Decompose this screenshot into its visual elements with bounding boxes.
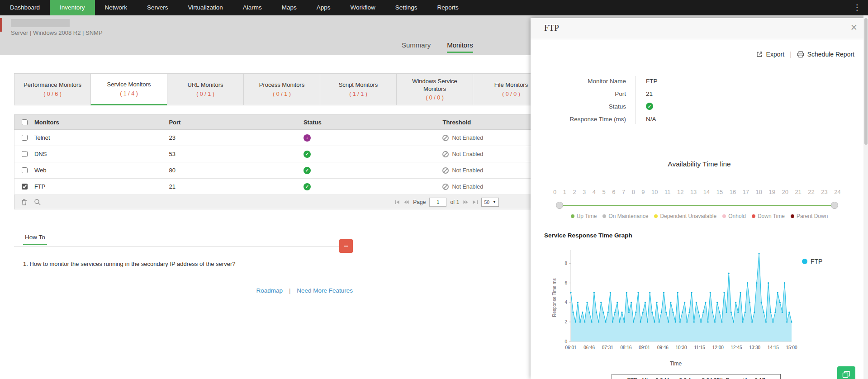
nav-item-dashboard[interactable]: Dashboard [0,0,50,15]
legend-dot [571,214,574,218]
monitor-status-cell: ✓ [304,150,443,158]
monitor-tab-windows-service-monitors[interactable]: Windows Service Monitors( 0 / 0 ) [396,73,473,105]
timeline-tick: 22 [808,189,814,195]
legend-label: Onhold [728,213,746,219]
slider-handle-start[interactable] [556,202,563,209]
monitor-tab-label: File Monitors [491,81,531,89]
timeline-tick: 9 [641,189,645,195]
timeline-tick: 10 [651,189,658,195]
monitor-tab-url-monitors[interactable]: URL Monitors( 0 / 1 ) [167,73,244,105]
nav-item-settings[interactable]: Settings [385,0,427,15]
nav-item-alarms[interactable]: Alarms [233,0,272,15]
row-checkbox[interactable] [22,135,28,141]
collapse-button[interactable]: − [339,239,353,253]
monitors-table: Monitors Port Status Threshold Telnet23↓… [14,114,579,209]
col-header-status: Status [304,119,443,126]
page-tabs: Summary Monitors [402,41,473,53]
not-enabled-icon [442,135,449,141]
search-icon[interactable] [34,199,41,205]
nav-item-workflow[interactable]: Workflow [340,0,385,15]
timeline-tick: 7 [622,189,625,195]
threshold-text: Not Enabled [452,135,483,141]
monitor-tab-process-monitors[interactable]: Process Monitors( 0 / 1 ) [243,73,320,105]
howto-item[interactable]: 1. How to monitor the services running i… [23,261,353,267]
scrollbar[interactable] [863,15,868,379]
top-nav: DashboardInventoryNetworkServersVirtuali… [0,0,868,15]
svg-text:0: 0 [564,339,567,344]
report-fab-button[interactable] [837,366,855,379]
monitor-port: 53 [169,151,304,157]
table-row-telnet[interactable]: Telnet23↓Not Enabled [14,130,579,146]
server-meta-text: Server | Windows 2008 R2 | SNMP [11,29,103,36]
panel-header: FTP × [531,18,868,39]
monitor-type-tabs: Performance Monitors( 0 / 6 )Service Mon… [14,73,550,105]
howto-tab[interactable]: How To [23,230,47,245]
detail-value: FTP [646,78,658,85]
page-of-label: of 1 [450,199,459,205]
kebab-menu-icon[interactable]: ⋮ [846,0,868,15]
action-divider: | [790,51,792,58]
legend-label: Parent Down [797,213,828,219]
select-all-checkbox[interactable] [22,119,28,125]
schedule-report-button[interactable]: Schedule Report [797,51,854,58]
row-checkbox-cell [14,133,34,142]
page-number-input[interactable] [429,198,446,207]
nav-item-virtualization[interactable]: Virtualization [178,0,233,15]
scrollbar-thumb[interactable] [864,18,868,145]
not-enabled-icon [442,151,449,157]
row-checkbox[interactable] [22,151,28,157]
slider-handle-end[interactable] [831,202,838,209]
nav-item-inventory[interactable]: Inventory [50,0,95,15]
delete-icon[interactable] [21,199,28,206]
col-header-monitors: Monitors [34,119,169,126]
prev-page-icon[interactable] [403,200,409,204]
tab-summary[interactable]: Summary [402,41,431,53]
monitor-tab-performance-monitors[interactable]: Performance Monitors( 0 / 6 ) [14,73,91,105]
link-divider: | [289,287,291,294]
row-checkbox[interactable] [22,167,28,173]
legend-dot [654,214,658,218]
next-page-icon[interactable] [463,200,469,204]
roadmap-link[interactable]: Roadmap [256,287,283,294]
timeline-tick: 24 [834,189,840,195]
close-icon[interactable]: × [850,21,857,34]
page-size-select[interactable]: 50 ▼ [481,198,499,207]
table-row-dns[interactable]: DNS53✓Not Enabled [14,146,579,162]
nav-item-maps[interactable]: Maps [272,0,307,15]
monitor-name: FTP [34,183,169,190]
timeline-tick: 18 [756,189,762,195]
table-row-web[interactable]: Web80✓Not Enabled [14,162,579,179]
chart-legend[interactable]: FTP [802,258,822,265]
chart-summary-row: FTP - Min : 0.0 Max : 9.0 Avg : 3.04 95t… [612,374,781,379]
first-page-icon[interactable] [394,200,400,204]
panel-title: FTP [544,23,559,33]
monitor-tab-label: Performance Monitors [20,81,85,89]
svg-text:12:45: 12:45 [730,345,742,350]
detail-row: Status✓ [531,100,868,113]
export-button[interactable]: Export [756,51,784,58]
last-page-icon[interactable] [472,200,478,204]
nav-item-apps[interactable]: Apps [307,0,341,15]
monitor-status-cell: ✓ [304,183,443,190]
table-row-ftp[interactable]: FTP21✓Not Enabled [14,179,579,195]
row-checkbox[interactable] [22,184,28,190]
timeline-tick: 19 [769,189,775,195]
svg-text:09:46: 09:46 [657,345,669,350]
availability-slider [556,202,838,209]
legend-item-dependent-unavailable: Dependent Unavailable [654,213,716,219]
status-up-icon: ✓ [304,167,311,174]
legend-dot [752,214,755,218]
monitor-tab-script-monitors[interactable]: Script Monitors( 1 / 1 ) [320,73,397,105]
need-more-features-link[interactable]: Need More Features [297,287,353,294]
timeline-tick: 4 [593,189,596,195]
monitor-tab-label: Process Monitors [256,81,308,89]
tab-monitors[interactable]: Monitors [447,41,473,53]
legend-label: Dependent Unavailable [660,213,716,219]
monitor-tab-service-monitors[interactable]: Service Monitors( 1 / 4 ) [90,73,167,105]
nav-item-servers[interactable]: Servers [137,0,178,15]
nav-item-reports[interactable]: Reports [427,0,469,15]
availability-legend: Up TimeOn MaintenanceDependent Unavailab… [531,213,868,219]
nav-item-network[interactable]: Network [95,0,138,15]
svg-text:09:01: 09:01 [639,345,650,350]
monitor-tab-count: ( 1 / 1 ) [349,91,367,97]
